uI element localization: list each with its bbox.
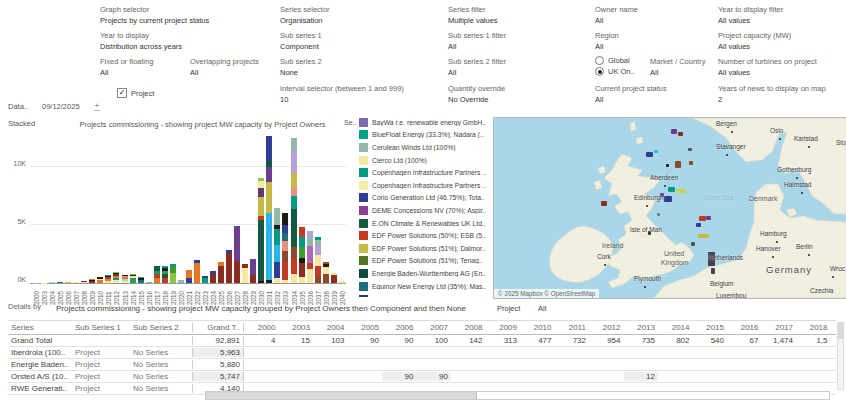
bar-2019[interactable]: 2019 <box>169 136 177 283</box>
bar-2009[interactable]: 2009 <box>88 136 96 283</box>
bar-segment[interactable] <box>307 246 313 263</box>
filter-value[interactable]: All <box>650 68 705 78</box>
radio-uk-only[interactable]: UK On.. <box>595 67 635 76</box>
map[interactable]: BergenOsloKarlstadStoStavangerGothenburg… <box>493 117 846 299</box>
scrollbar-thumb[interactable] <box>206 392 477 399</box>
bar-segment[interactable] <box>226 253 232 283</box>
filter-value[interactable]: All values <box>718 16 783 26</box>
bar-segment[interactable] <box>274 262 280 278</box>
bar-segment[interactable] <box>113 280 119 283</box>
bar-segment[interactable] <box>81 282 87 283</box>
bar-segment[interactable] <box>291 138 297 150</box>
bar-segment[interactable] <box>154 278 160 283</box>
filter-sub-series-2-filter[interactable]: Sub series 2 filter All <box>448 57 506 78</box>
bar-2034[interactable]: 2034 <box>290 136 298 283</box>
bar-segment[interactable] <box>315 255 321 265</box>
bar-segment[interactable] <box>282 213 288 225</box>
filter-value[interactable]: All <box>595 16 638 26</box>
windfarm-marker[interactable] <box>671 129 677 134</box>
table-vertical-scrollbar[interactable] <box>837 322 844 390</box>
bar-segment[interactable] <box>274 229 280 245</box>
filter-turbines[interactable]: Number of turbines on project All values <box>718 57 817 78</box>
bar-segment[interactable] <box>170 266 176 273</box>
bar-2040[interactable]: 2040 <box>338 136 346 283</box>
table-horizontal-scrollbar[interactable] <box>205 391 830 400</box>
bar-segment[interactable] <box>258 281 264 283</box>
windfarm-marker[interactable] <box>675 161 681 168</box>
filter-years-news[interactable]: Years of news to display on map 2 <box>718 84 826 105</box>
bar-2005[interactable]: 2005 <box>56 136 64 283</box>
map-attribution[interactable]: © 2025 Mapbox © OpenStreetMap <box>494 289 599 298</box>
bar-segment[interactable] <box>299 277 305 283</box>
windfarm-marker[interactable] <box>666 164 669 167</box>
bar-segment[interactable] <box>258 220 264 280</box>
bar-segment[interactable] <box>299 227 305 236</box>
filter-value[interactable]: All <box>190 68 259 78</box>
filter-graph-selector[interactable]: Graph selector Projects by current proje… <box>100 5 209 26</box>
bar-segment[interactable] <box>242 268 248 283</box>
bar-segment[interactable] <box>130 280 136 283</box>
filter-value[interactable]: Component <box>280 42 322 52</box>
bar-segment[interactable] <box>97 280 103 283</box>
bar-segment[interactable] <box>282 225 288 233</box>
bar-segment[interactable] <box>315 276 321 283</box>
bar-2021[interactable]: 2021 <box>185 136 193 283</box>
bar-segment[interactable] <box>194 263 200 283</box>
bar-2010[interactable]: 2010 <box>96 136 104 283</box>
bar-segment[interactable] <box>89 281 95 283</box>
bar-segment[interactable] <box>178 280 184 283</box>
details-project-value[interactable]: All <box>538 304 546 313</box>
bar-2027[interactable]: 2027 <box>233 136 241 283</box>
bar-2008[interactable]: 2008 <box>80 136 88 283</box>
windfarm-marker[interactable] <box>654 150 658 153</box>
bar-segment[interactable] <box>138 280 144 283</box>
bar-2014[interactable]: 2014 <box>129 136 137 283</box>
bar-2011[interactable]: 2011 <box>104 136 112 283</box>
bar-2007[interactable]: 2007 <box>72 136 80 283</box>
bar-segment[interactable] <box>266 280 272 283</box>
bar-2012[interactable]: 2012 <box>112 136 120 283</box>
windfarm-marker[interactable] <box>601 201 607 206</box>
bar-segment[interactable] <box>234 261 240 283</box>
windfarm-marker[interactable] <box>698 234 709 238</box>
bar-segment[interactable] <box>291 188 297 196</box>
filter-year-display-filter[interactable]: Year to display filter All values <box>718 5 783 26</box>
bar-segment[interactable] <box>170 273 176 283</box>
radio-checked-icon[interactable] <box>595 67 604 76</box>
bar-segment[interactable] <box>291 247 297 257</box>
filter-sub-series-2[interactable]: Sub series 2 None <box>280 57 322 78</box>
legend-item[interactable]: Corio Generation Ltd (46.75%); Tota.. <box>359 192 491 205</box>
bar-segment[interactable] <box>274 245 280 262</box>
bar-2022[interactable]: 2022 <box>193 136 201 283</box>
legend-item[interactable]: Energie Baden-Wurttemberg AG (En.. <box>359 267 491 280</box>
filter-series-filter[interactable]: Series filter Multiple values <box>448 5 498 26</box>
bar-segment[interactable] <box>162 278 168 283</box>
bar-segment[interactable] <box>291 150 297 173</box>
table-row[interactable]: Orsted A/S (10..ProjectNo Series5,747909… <box>8 371 836 383</box>
filter-region[interactable]: Region All <box>595 31 619 52</box>
bar-segment[interactable] <box>266 213 272 279</box>
bar-2036[interactable]: 2036 <box>306 136 314 283</box>
filter-value[interactable]: None <box>280 68 322 78</box>
bar-segment[interactable] <box>57 282 63 283</box>
bar-segment[interactable] <box>105 281 111 283</box>
bar-segment[interactable] <box>323 267 329 274</box>
windfarm-marker[interactable] <box>664 196 672 202</box>
bar-segment[interactable] <box>266 136 272 162</box>
bar-2018[interactable]: 2018 <box>161 136 169 283</box>
windfarm-marker[interactable] <box>676 189 686 193</box>
bar-segment[interactable] <box>291 196 297 209</box>
bar-2003[interactable]: 2003 <box>40 136 48 283</box>
bar-2013[interactable]: 2013 <box>121 136 129 283</box>
bar-segment[interactable] <box>33 283 39 284</box>
bar-segment[interactable] <box>258 188 264 197</box>
bar-segment[interactable] <box>266 182 272 213</box>
bar-2035[interactable]: 2035 <box>298 136 306 283</box>
bar-segment[interactable] <box>250 275 256 283</box>
legend-item[interactable]: BayWa r.e. renewable energy GmbH.. <box>359 116 491 129</box>
bar-segment[interactable] <box>274 208 280 225</box>
legend-item[interactable]: Copenhagen Infrastructure Partners .. <box>359 166 491 179</box>
bar-segment[interactable] <box>339 281 345 283</box>
filter-value[interactable]: Organisation <box>280 16 330 26</box>
radio-global[interactable]: Global <box>595 56 635 65</box>
